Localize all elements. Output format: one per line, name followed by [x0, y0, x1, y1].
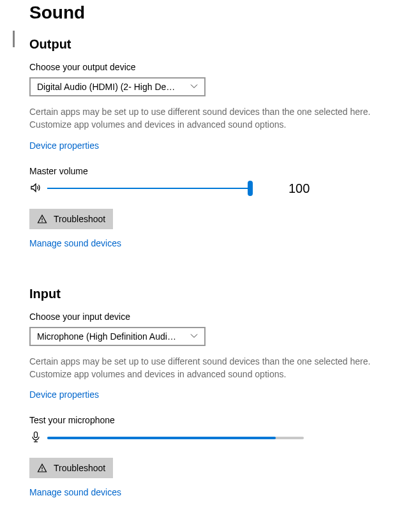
slider-thumb[interactable] [248, 181, 253, 196]
microphone-icon [29, 430, 42, 445]
output-manage-devices-link[interactable]: Manage sound devices [29, 238, 121, 248]
slider-fill [47, 188, 250, 189]
input-device-properties-link[interactable]: Device properties [29, 389, 99, 400]
input-heading: Input [29, 287, 407, 301]
output-heading: Output [29, 37, 407, 52]
warning-icon [37, 214, 47, 224]
mic-level-fill [47, 437, 276, 439]
output-choose-label: Choose your output device [29, 62, 407, 72]
speaker-icon[interactable] [29, 181, 42, 196]
mic-level-bar [47, 437, 304, 439]
chevron-down-icon [190, 82, 198, 92]
svg-point-6 [41, 470, 43, 471]
input-troubleshoot-label: Troubleshoot [54, 463, 105, 473]
content-area: Sound Output Choose your output device D… [29, 0, 407, 497]
output-device-properties-link[interactable]: Device properties [29, 140, 99, 151]
output-helper-text: Certain apps may be set up to use differ… [29, 105, 387, 132]
svg-point-1 [41, 221, 43, 222]
nav-indicator [13, 31, 15, 47]
output-troubleshoot-label: Troubleshoot [54, 214, 105, 224]
input-helper-text: Certain apps may be set up to use differ… [29, 355, 387, 381]
master-volume-slider[interactable] [47, 181, 250, 195]
output-device-dropdown[interactable]: Digital Audio (HDMI) (2- High Defini... [29, 77, 206, 96]
chevron-down-icon [190, 331, 198, 342]
page-title: Sound [29, 3, 407, 23]
svg-rect-2 [34, 432, 38, 438]
input-choose-label: Choose your input device [29, 312, 407, 322]
warning-icon [37, 463, 47, 473]
output-troubleshoot-button[interactable]: Troubleshoot [29, 209, 113, 229]
input-device-dropdown[interactable]: Microphone (High Definition Audio... [29, 327, 206, 346]
input-manage-devices-link[interactable]: Manage sound devices [29, 487, 121, 497]
test-mic-label: Test your microphone [29, 415, 407, 425]
input-troubleshoot-button[interactable]: Troubleshoot [29, 458, 113, 478]
input-device-selected: Microphone (High Definition Audio... [37, 331, 177, 342]
output-device-selected: Digital Audio (HDMI) (2- High Defini... [37, 82, 177, 92]
master-volume-label: Master volume [29, 166, 407, 176]
master-volume-value: 100 [289, 181, 314, 196]
